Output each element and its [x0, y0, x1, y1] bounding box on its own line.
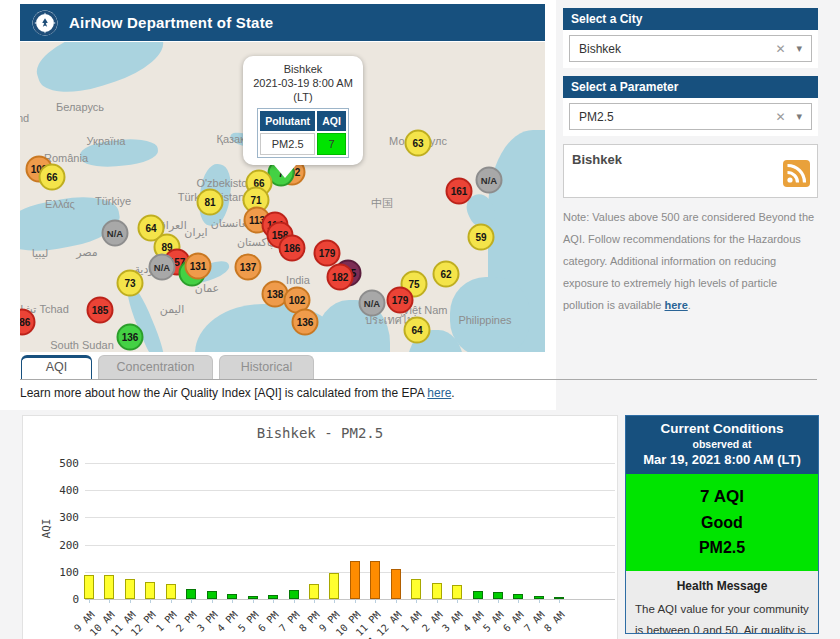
aqi-marker[interactable]: 63: [405, 130, 432, 157]
chart-x-tick-mark: [355, 599, 356, 603]
chart-x-tick-mark: [171, 599, 172, 603]
map-country-label: ایران: [184, 226, 207, 239]
chart-x-tick-mark: [191, 599, 192, 603]
aqi-marker[interactable]: 182: [327, 264, 354, 291]
city-clear-icon[interactable]: ✕: [775, 42, 785, 56]
chart-x-tick-mark: [457, 599, 458, 603]
chart-bar[interactable]: [473, 591, 483, 599]
chart-bar[interactable]: [125, 579, 135, 599]
chart-y-tick-label: 0: [39, 593, 79, 606]
aqi-marker[interactable]: 185: [87, 297, 114, 324]
aqi-marker[interactable]: 59: [468, 224, 495, 251]
aqi-marker[interactable]: 179: [314, 240, 341, 267]
chart-bar[interactable]: [186, 589, 196, 599]
aqi-marker[interactable]: 131: [185, 253, 212, 280]
popup-city: Bishkek: [246, 62, 360, 76]
epa-here-link[interactable]: here: [427, 386, 451, 400]
aqi-value: 7 AQI: [626, 487, 818, 507]
chart-y-tick-label: 200: [39, 539, 79, 552]
view-tabs: AQI Concentration Historical: [21, 355, 314, 379]
aqi-marker[interactable]: 73: [117, 270, 144, 297]
map-country-label: South Sudan: [50, 339, 114, 351]
chart-bar[interactable]: [104, 575, 114, 599]
map-country-label: Ελλάς: [45, 198, 75, 210]
chart-gridline: [85, 490, 615, 491]
app-header: AirNow Department of State: [20, 4, 545, 41]
chart-gridline: [85, 545, 615, 546]
aqi-marker[interactable]: N/A: [149, 254, 176, 281]
aqi-marker[interactable]: 137: [235, 254, 262, 281]
aqi-parameter: PM2.5: [626, 539, 818, 557]
popup-timezone: (LT): [246, 90, 360, 104]
chart-gridline: [85, 463, 615, 464]
chart-y-tick-label: 300: [39, 511, 79, 524]
chart-bar[interactable]: [309, 584, 319, 599]
chart-bar[interactable]: [84, 575, 94, 599]
tab-concentration[interactable]: Concentration: [98, 355, 213, 379]
map-country-label: Україна: [87, 135, 126, 147]
select-parameter-header: Select a Parameter: [563, 76, 818, 98]
tab-historical[interactable]: Historical: [219, 355, 314, 379]
parameter-select-value: PM2.5: [579, 110, 775, 124]
chart-gridline: [85, 599, 615, 600]
aqi-value-section: 7 AQI Good PM2.5: [626, 474, 818, 571]
tab-aqi[interactable]: AQI: [21, 355, 92, 379]
aqi-marker[interactable]: 136: [292, 309, 319, 336]
chart-bar[interactable]: [166, 584, 176, 599]
map-country-label: nd: [20, 112, 29, 124]
aqi-category: Good: [626, 514, 818, 532]
chart-bar[interactable]: [370, 561, 380, 599]
chart-x-tick-mark: [478, 599, 479, 603]
popup-pollutant-header: Pollutant: [260, 111, 315, 131]
aqi-marker[interactable]: 81: [197, 189, 224, 216]
city-select-value: Bishkek: [579, 42, 775, 56]
rss-icon[interactable]: [783, 160, 810, 191]
parameter-select[interactable]: PM2.5 ✕ ▾: [569, 103, 812, 130]
aqi-marker[interactable]: 66: [39, 164, 66, 191]
aqi-marker[interactable]: N/A: [102, 220, 129, 247]
aqi-marker[interactable]: 136: [117, 324, 144, 351]
chart-bar[interactable]: [329, 573, 339, 599]
map-country-label: Беларусь: [56, 101, 104, 113]
aqi-marker[interactable]: 186: [279, 235, 306, 262]
popup-aqi-header: AQI: [317, 111, 346, 131]
current-conditions-panel: Current Conditions observed at Mar 19, 2…: [625, 415, 819, 634]
chart-x-tick-mark: [518, 599, 519, 603]
city-select[interactable]: Bishkek ✕ ▾: [569, 35, 812, 62]
parameter-caret-icon[interactable]: ▾: [796, 110, 802, 123]
aqi-marker[interactable]: 64: [404, 317, 431, 344]
observed-at-label: observed at: [628, 438, 816, 450]
aqi-marker[interactable]: N/A: [359, 290, 386, 317]
popup-pollutant-value: PM2.5: [260, 133, 315, 155]
map-popup: Bishkek 2021-03-19 8:00 AM (LT) Pollutan…: [243, 56, 363, 165]
epa-info-text: Learn more about how the Air Quality Ind…: [20, 386, 455, 400]
select-city-header: Select a City: [563, 8, 818, 30]
chart-bar[interactable]: [493, 592, 503, 599]
chart-x-tick-mark: [396, 599, 397, 603]
chart-x-tick-mark: [539, 599, 540, 603]
chart-bar[interactable]: [411, 579, 421, 599]
aqi-marker[interactable]: 179: [387, 287, 414, 314]
aqi-note-text: Note: Values above 500 are considered Be…: [563, 206, 820, 316]
chart-bar[interactable]: [452, 585, 462, 599]
chart-bar[interactable]: [432, 583, 442, 599]
chart-bar[interactable]: [391, 569, 401, 599]
parameter-clear-icon[interactable]: ✕: [775, 110, 785, 124]
health-message-title: Health Message: [635, 579, 809, 593]
note-here-link[interactable]: here: [665, 299, 688, 311]
health-message-section: Health Message The AQI value for your co…: [626, 571, 818, 634]
chart-bar[interactable]: [207, 591, 217, 599]
map-country-label: اليمن: [160, 303, 184, 316]
city-caret-icon[interactable]: ▾: [796, 42, 802, 55]
chart-bar[interactable]: [145, 582, 155, 599]
chart-bar[interactable]: [350, 561, 360, 599]
chart-x-tick-mark: [437, 599, 438, 603]
aqi-marker[interactable]: N/A: [476, 167, 503, 194]
aqi-chart: Bishkek - PM2.5 AQI 01002003004005009 AM…: [22, 415, 618, 639]
aqi-marker[interactable]: 161: [446, 178, 473, 205]
aqi-map[interactable]: ndБеларусьУкраїнаҚазақстанRomâniaTürkiye…: [20, 42, 545, 352]
aqi-marker[interactable]: 62: [433, 261, 460, 288]
state-department-seal-icon: [32, 10, 58, 36]
chart-bar[interactable]: [289, 590, 299, 599]
app-title: AirNow Department of State: [69, 14, 273, 31]
